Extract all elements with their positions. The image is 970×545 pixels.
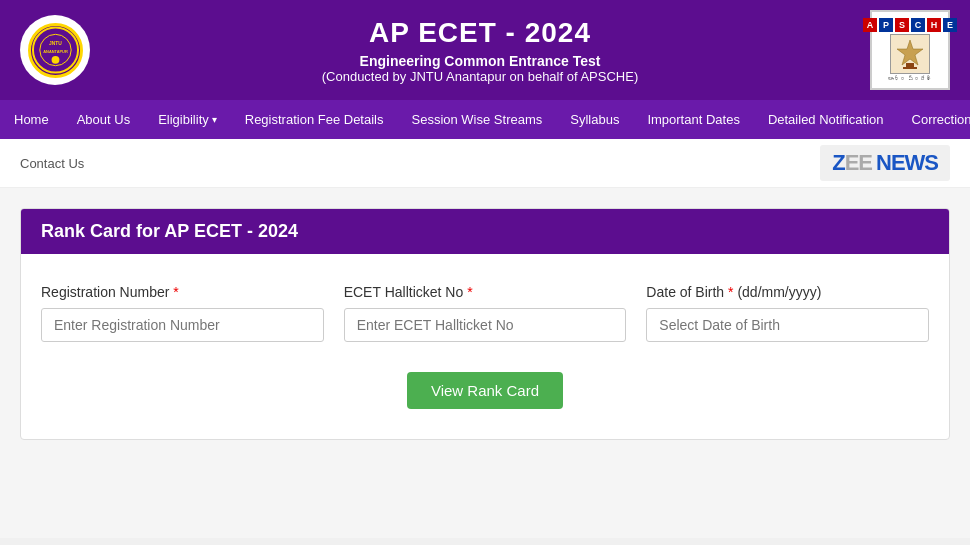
nav-contact-us[interactable]: Contact Us (20, 156, 84, 171)
apsche-letters: A P S C H E (863, 18, 957, 32)
hallticket-group: ECET Hallticket No * (344, 284, 627, 342)
site-header: JNTU ANANTAPUR AP ECET - 2024 Engineerin… (0, 0, 970, 100)
zee-news-logo: ZEENEWS (820, 145, 950, 181)
apsche-text: ఆంధ్ర ప్రదేశ్ (888, 76, 932, 82)
rank-card-section: Rank Card for AP ECET - 2024 Registratio… (20, 208, 950, 440)
nav-about-us[interactable]: About Us (63, 100, 144, 139)
registration-number-label: Registration Number * (41, 284, 324, 300)
letter-e: E (943, 18, 957, 32)
letter-h: H (927, 18, 941, 32)
registration-number-input[interactable] (41, 308, 324, 342)
zee-letter: Z (832, 150, 844, 175)
site-subtitle2: (Conducted by JNTU Anantapur on behalf o… (90, 69, 870, 84)
main-content: Rank Card for AP ECET - 2024 Registratio… (0, 188, 970, 538)
nav-detailed-notification[interactable]: Detailed Notification (754, 100, 898, 139)
left-logo: JNTU ANANTAPUR (20, 15, 90, 85)
hallticket-label: ECET Hallticket No * (344, 284, 627, 300)
site-title: AP ECET - 2024 (90, 17, 870, 49)
main-nav: Home About Us Eligibility ▾ Registration… (0, 100, 970, 139)
reg-required-marker: * (173, 284, 178, 300)
letter-c: C (911, 18, 925, 32)
dob-hint: (dd/mm/yyyy) (737, 284, 821, 300)
ee-letters: EE (845, 150, 872, 175)
rank-card-header: Rank Card for AP ECET - 2024 (21, 209, 949, 254)
nav-registration-fee[interactable]: Registration Fee Details (231, 100, 398, 139)
nav-eligibility[interactable]: Eligibility ▾ (144, 100, 231, 139)
dob-required-marker: * (728, 284, 733, 300)
dob-input[interactable] (646, 308, 929, 342)
apsche-logo-container: A P S C H E ఆంధ్ర ప్రదేశ్ (870, 10, 950, 90)
rank-card-title: Rank Card for AP ECET - 2024 (41, 221, 298, 241)
button-container: View Rank Card (41, 362, 929, 409)
rank-card-body: Registration Number * ECET Hallticket No… (21, 254, 949, 439)
eligibility-dropdown-arrow: ▾ (212, 114, 217, 125)
svg-text:JNTU: JNTU (49, 41, 62, 46)
nav-home[interactable]: Home (0, 100, 63, 139)
apsche-logo: A P S C H E ఆంధ్ర ప్రదేశ్ (863, 18, 957, 82)
letter-a: A (863, 18, 877, 32)
dob-group: Date of Birth * (dd/mm/yyyy) (646, 284, 929, 342)
svg-rect-7 (906, 63, 914, 67)
svg-point-4 (51, 56, 59, 64)
registration-number-group: Registration Number * (41, 284, 324, 342)
dob-label: Date of Birth * (dd/mm/yyyy) (646, 284, 929, 300)
letter-s: S (895, 18, 909, 32)
header-center: AP ECET - 2024 Engineering Common Entran… (90, 17, 870, 84)
jntu-logo: JNTU ANANTAPUR (28, 23, 83, 78)
hallticket-required-marker: * (467, 284, 472, 300)
nav-syllabus[interactable]: Syllabus (556, 100, 633, 139)
view-rank-card-button[interactable]: View Rank Card (407, 372, 563, 409)
apsche-emblem (890, 34, 930, 74)
form-row: Registration Number * ECET Hallticket No… (41, 284, 929, 342)
svg-rect-8 (903, 67, 917, 69)
svg-text:ANANTAPUR: ANANTAPUR (43, 49, 68, 54)
news-letters: NEWS (876, 150, 938, 175)
nav-session-wise[interactable]: Session Wise Streams (397, 100, 556, 139)
nav-corrections[interactable]: Corrections (898, 100, 970, 139)
site-subtitle: Engineering Common Entrance Test (90, 53, 870, 69)
hallticket-input[interactable] (344, 308, 627, 342)
secondary-bar: Contact Us ZEENEWS (0, 139, 970, 188)
letter-p: P (879, 18, 893, 32)
nav-important-dates[interactable]: Important Dates (633, 100, 754, 139)
